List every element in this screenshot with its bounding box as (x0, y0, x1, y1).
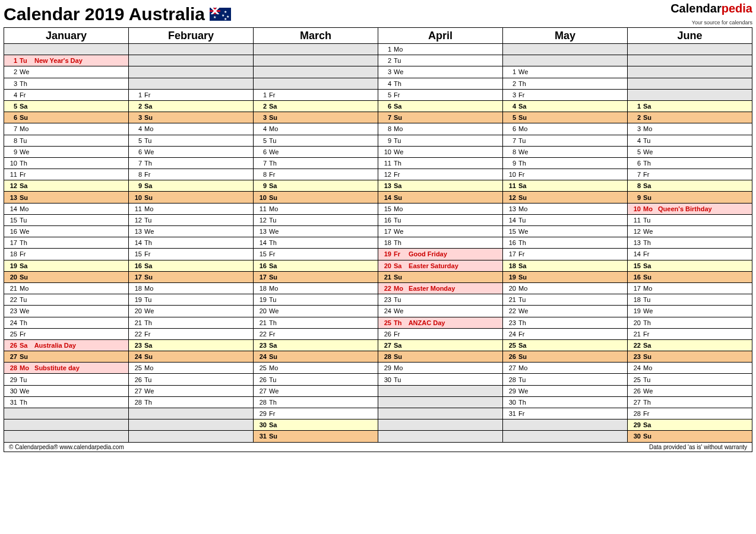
day-cell: 15Fr (254, 249, 378, 260)
day-cell: 19Sa (4, 260, 129, 271)
day-cell: 2Sa (254, 100, 378, 112)
day-cell: 24Su (129, 351, 254, 363)
day-cell (628, 44, 752, 55)
day-cell: 3Mo (628, 123, 752, 135)
day-cell: 28Su (378, 351, 503, 363)
day-cell (129, 419, 254, 431)
day-cell: 19We (628, 306, 752, 317)
day-cell (254, 55, 378, 66)
day-cell: 11Th (378, 157, 503, 169)
day-cell (4, 419, 129, 431)
day-cell: 23We (4, 306, 129, 317)
day-cell (628, 89, 752, 100)
brand-logo: Calendarpedia Your source for calendars (670, 2, 752, 26)
day-cell: 10Su (254, 192, 378, 203)
day-cell: 4Tu (628, 135, 752, 146)
day-cell (254, 78, 378, 89)
day-cell (378, 419, 503, 431)
day-cell: 27We (254, 385, 378, 396)
day-cell: 19Tu (129, 294, 254, 306)
day-cell: 22Fr (129, 328, 254, 339)
day-cell (628, 55, 752, 66)
day-cell: 16Su (628, 271, 752, 282)
day-cell: 3Th (4, 78, 129, 89)
day-cell: 22We (503, 306, 628, 317)
day-cell: 1Sa (628, 100, 752, 112)
day-cell: 15Sa (628, 260, 752, 271)
day-cell: 17Su (129, 271, 254, 282)
month-header: April (378, 28, 503, 44)
day-cell: 8Tu (4, 135, 129, 146)
day-cell: 19Tu (254, 294, 378, 306)
day-cell: 8Sa (628, 180, 752, 192)
page-title: Calendar 2019 Australia (4, 4, 205, 24)
day-cell: 19Su (503, 271, 628, 282)
day-cell: 4Mo (129, 123, 254, 135)
day-cell: 15Mo (378, 203, 503, 214)
day-cell: 20Th (628, 317, 752, 328)
day-cell: 5Tu (254, 135, 378, 146)
day-cell: 20Sa Easter Saturday (378, 260, 503, 271)
day-cell: 1Mo (378, 44, 503, 55)
day-cell: 9Su (628, 192, 752, 203)
day-cell (378, 396, 503, 408)
day-cell: 4Mo (254, 123, 378, 135)
day-cell: 9Tu (378, 135, 503, 146)
day-cell: 8Mo (378, 123, 503, 135)
day-cell: 30Sa (254, 419, 378, 431)
day-cell: 16Tu (378, 214, 503, 225)
day-cell: 23Th (503, 317, 628, 328)
day-cell (503, 419, 628, 431)
day-cell: 13We (129, 226, 254, 237)
calendar-table: JanuaryFebruaryMarchAprilMayJune 1Mo1Tu … (4, 27, 752, 443)
day-cell: 3Su (129, 112, 254, 123)
day-cell (4, 431, 129, 442)
day-cell: 2We (4, 66, 129, 78)
day-cell: 9We (4, 146, 129, 157)
day-cell: 3Su (254, 112, 378, 123)
day-cell: 8Fr (254, 169, 378, 180)
day-cell: 8Fr (129, 169, 254, 180)
day-cell: 30Tu (378, 374, 503, 385)
day-cell: 19Fr Good Friday (378, 249, 503, 260)
day-cell: 5Sa (4, 100, 129, 112)
day-cell: 31Su (254, 431, 378, 442)
day-cell: 6We (129, 146, 254, 157)
day-cell: 26Fr (378, 328, 503, 339)
day-cell: 2Tu (378, 55, 503, 66)
day-cell: 21Th (254, 317, 378, 328)
day-cell (503, 431, 628, 442)
day-cell: 22Tu (4, 294, 129, 306)
day-cell: 23Sa (254, 339, 378, 351)
day-cell: 29Mo (378, 363, 503, 374)
day-cell: 10Fr (503, 169, 628, 180)
day-cell: 17Su (254, 271, 378, 282)
day-cell: 16Sa (129, 260, 254, 271)
day-cell: 9Sa (129, 180, 254, 192)
day-cell: 23Su (628, 351, 752, 363)
footer-copyright: © Calendarpedia® www.calendarpedia.com (9, 444, 124, 450)
day-cell: 25Sa (503, 339, 628, 351)
month-header: February (129, 28, 254, 44)
day-cell: 18Mo (254, 282, 378, 294)
day-cell: 11Sa (503, 180, 628, 192)
day-cell: 11Mo (254, 203, 378, 214)
day-cell: 27Th (628, 396, 752, 408)
day-cell: 28Mo Substitute day (4, 363, 129, 374)
day-cell: 13Mo (503, 203, 628, 214)
day-cell: 1We (503, 66, 628, 78)
day-cell: 27Su (4, 351, 129, 363)
day-cell: 22Mo Easter Monday (378, 282, 503, 294)
footer-disclaimer: Data provided 'as is' without warranty (649, 444, 747, 450)
day-cell: 7Su (378, 112, 503, 123)
day-cell: 31Fr (503, 408, 628, 419)
day-cell (254, 44, 378, 55)
day-cell: 8We (503, 146, 628, 157)
month-header: March (254, 28, 378, 44)
day-cell: 12Su (503, 192, 628, 203)
day-cell: 7Th (129, 157, 254, 169)
day-cell: 29Fr (254, 408, 378, 419)
day-cell: 26Sa Australia Day (4, 339, 129, 351)
day-cell: 28Th (129, 396, 254, 408)
day-cell: 14Th (129, 237, 254, 249)
